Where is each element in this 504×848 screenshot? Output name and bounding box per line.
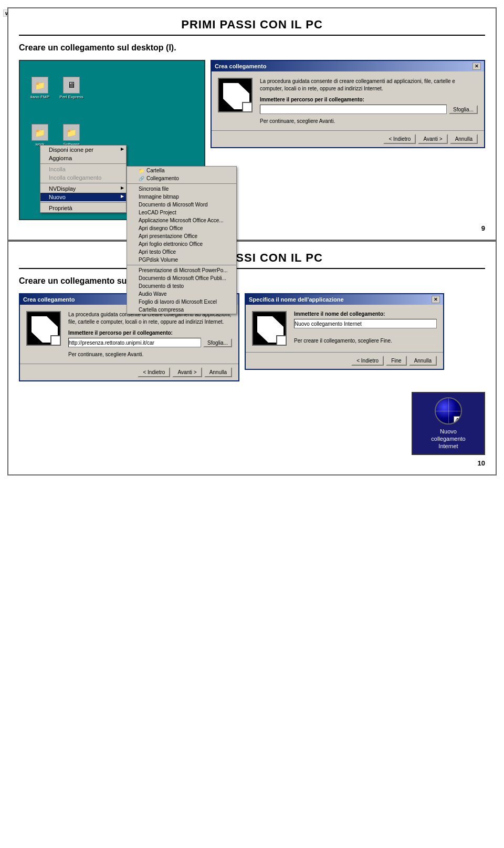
- specifica-finalize-text: Per creare il collegamento, scegliere Fi…: [294, 338, 437, 344]
- specifica-dialog: Specifica il nome dell'applicazione ✕ Im…: [245, 293, 444, 370]
- dialog2-path-label: Immettere il percorso per il collegament…: [68, 330, 232, 336]
- menu-item-incolla-col: Incolla collegamento: [40, 173, 126, 182]
- submenu-item-sincronia[interactable]: Sincronia file: [127, 185, 236, 193]
- page-number-2: 10: [19, 459, 485, 467]
- submenu-item-powerpoint[interactable]: Presentazione di Microsoft PowerPo...: [127, 266, 236, 274]
- submenu-item-cartella[interactable]: 📁 Cartella: [127, 167, 236, 174]
- wizard-graphic-2: [26, 311, 63, 357]
- page-number-1: 9: [19, 224, 485, 232]
- submenu-item-collegamento[interactable]: 🔗 Collegamento: [127, 174, 236, 182]
- submenu-item-foglio-e[interactable]: Apri foglio elettronico Office: [127, 240, 236, 248]
- dialog2-cancel-btn[interactable]: Annulla: [204, 367, 232, 377]
- nuovo-icon-label: NuovocollegamentoInternet: [431, 428, 465, 450]
- dialog2-next-btn[interactable]: Avanti >: [172, 367, 202, 377]
- dialog1-sfoglia-btn[interactable]: Sfoglia...: [449, 105, 478, 114]
- dialog2-sfoglia-btn[interactable]: Sfoglia...: [203, 338, 232, 347]
- menu-item-nvdisplay[interactable]: NVDisplay ▶: [40, 184, 126, 193]
- dialog2-path-input[interactable]: [68, 338, 201, 347]
- dialog1-body: La procedura guidata consente di creare …: [212, 71, 484, 130]
- submenu-item-disegno[interactable]: Apri disegno Office: [127, 224, 236, 232]
- submenu-item-leocad[interactable]: LeoCAD Project: [127, 209, 236, 216]
- wizard-graphic-1: [218, 78, 255, 124]
- dialog1-path-label: Immettere il percorso per il collegament…: [260, 97, 478, 102]
- nuovo-internet-icon[interactable]: ↗ NuovocollegamentoInternet: [412, 392, 485, 455]
- section-heading-1: Creare un collegamento sul desktop (I).: [19, 43, 485, 53]
- dialog2-back-btn[interactable]: < Indietro: [138, 367, 170, 377]
- specifica-footer: < Indietro Fine Annulla: [246, 352, 443, 369]
- specifica-close-btn[interactable]: ✕: [432, 296, 440, 303]
- submenu-item-testo-office[interactable]: Apri testo Office: [127, 248, 236, 256]
- submenu-item-pgpdisk[interactable]: PGPdisk Volume: [127, 256, 236, 264]
- menu-item-incolla: Incolla: [40, 165, 126, 173]
- icon-label: liano FMP: [30, 95, 49, 99]
- menu-item-disponi[interactable]: Disponi icone per ▶: [40, 146, 126, 154]
- specifica-name-input[interactable]: [294, 319, 437, 328]
- screenshot-area-1: 📁 liano FMP 🖥 Perl Express 📁 work 📁 Soft…: [19, 60, 485, 220]
- dialog1-next-btn[interactable]: Avanti >: [418, 134, 447, 144]
- submenu-item-office-publi[interactable]: Documento di Microsoft Office Publi...: [127, 274, 236, 282]
- specifica-back-btn[interactable]: < Indietro: [351, 356, 384, 366]
- submenu-item-word[interactable]: Documento di Microsoft Word: [127, 201, 236, 209]
- specifica-text: Immettere il nome del collegamento: Per …: [294, 311, 437, 346]
- dialog1-continue-text: Per continuare, scegliere Avanti.: [260, 118, 478, 124]
- specifica-cancel-btn[interactable]: Annulla: [409, 356, 437, 366]
- dialog1-path-input[interactable]: [260, 105, 447, 114]
- page-title-1: PRIMI PASSI CON IL PC: [19, 18, 485, 32]
- dialog1-text: La procedura guidata consente di creare …: [260, 78, 478, 124]
- submenu-item-access[interactable]: Applicazione Microsoft Office Acce...: [127, 216, 236, 224]
- menu-item-nuovo[interactable]: Nuovo ▶: [40, 193, 126, 201]
- page-2: PRIMI PASSI CON IL PC Creare un collegam…: [7, 241, 497, 475]
- submenu-item-testo[interactable]: Documento di testo: [127, 282, 236, 290]
- dialog1-intro: La procedura guidata consente di creare …: [260, 78, 478, 92]
- globe-icon: ↗: [435, 397, 462, 425]
- dialog1-close-btn[interactable]: ✕: [472, 63, 481, 70]
- left-context-menu: Disponi icone per ▶ Aggiorna Incolla Inc…: [40, 145, 127, 213]
- icon-label: Perl Express: [59, 95, 83, 99]
- crea-collegamento-dialog: Crea collegamento ✕ La procedura guidata…: [211, 60, 485, 148]
- desktop-icon-work: 📁 work: [25, 124, 55, 147]
- dialog1-back-btn[interactable]: < Indietro: [383, 134, 416, 144]
- dialog2-footer: < Indietro Avanti > Annulla: [20, 364, 238, 380]
- desktop-mock: 📁 liano FMP 🖥 Perl Express 📁 work 📁 Soft…: [19, 60, 205, 220]
- specifica-name-label: Immettere il nome del collegamento:: [294, 311, 437, 317]
- section-heading-2: Creare un collegamento sul desktop (II).: [19, 276, 485, 286]
- desktop-icon-perl: 🖥 Perl Express: [57, 77, 86, 99]
- dialog2-continue-text: Per continuare, scegliere Avanti.: [68, 351, 232, 357]
- specifica-fine-btn[interactable]: Fine: [386, 356, 406, 366]
- title-divider-1: [19, 35, 485, 36]
- submenu-item-audio[interactable]: Audio Wave: [127, 290, 236, 298]
- menu-item-proprieta[interactable]: Proprietà: [40, 204, 126, 212]
- menu-item-aggiorna[interactable]: Aggiorna: [40, 154, 126, 162]
- dialog1-footer: < Indietro Avanti > Annulla: [212, 130, 484, 147]
- desktop-icon-liano: 📁 liano FMP: [25, 77, 55, 99]
- screenshot-area-2: Crea collegamento ✕ La procedura guidata…: [19, 293, 485, 455]
- nuovo-submenu: 📁 Cartella 🔗 Collegamento Sincronia file…: [127, 166, 237, 314]
- dialog1-cancel-btn[interactable]: Annulla: [450, 134, 478, 144]
- submenu-item-compressa[interactable]: Cartella compressa: [127, 306, 236, 314]
- specifica-body: Immettere il nome del collegamento: Per …: [246, 305, 443, 352]
- specifica-titlebar: Specifica il nome dell'applicazione ✕: [246, 294, 443, 305]
- dialog1-titlebar: Crea collegamento ✕: [212, 61, 484, 71]
- submenu-item-immagine[interactable]: Immagine bitmap: [127, 193, 236, 201]
- title-divider-2: [19, 268, 485, 269]
- wizard-graphic-3: [252, 311, 289, 346]
- page-title-2: PRIMI PASSI CON IL PC: [19, 251, 485, 265]
- page-1: PRIMI PASSI CON IL PC Creare un collegam…: [7, 7, 497, 241]
- submenu-item-excel[interactable]: Foglio di lavoro di Microsoft Excel: [127, 298, 236, 306]
- dialog2-text: La procedura guidata consente di creare …: [68, 311, 232, 357]
- desktop-icon-software: 📁 Software: [57, 124, 86, 147]
- submenu-item-pres[interactable]: Apri presentazione Office: [127, 232, 236, 240]
